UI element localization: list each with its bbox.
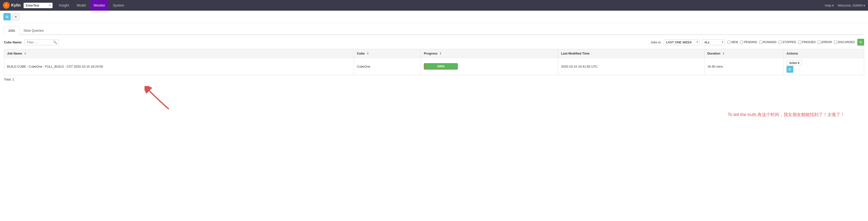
checkbox-new[interactable]: NEW — [727, 40, 738, 44]
col-duration[interactable]: Duration ⇕ — [704, 49, 783, 58]
col-job-name[interactable]: Job Name ⇕ — [4, 49, 354, 58]
progress-label: 100% — [437, 65, 445, 68]
navbar-right: Help ▾ Welcome, ADMIN ▾ — [825, 4, 865, 7]
checkbox-finished[interactable]: FINISHED — [798, 40, 816, 44]
filter-row: Cube Name: 🔍 Jobs in: LAST ONE WEEK LAST… — [4, 39, 864, 45]
col-last-modified[interactable]: Last Modified Time ↓ — [558, 49, 704, 58]
cell-duration: 16.90 mins — [704, 58, 783, 75]
project-selector-wrapper[interactable]: EnterTest — [24, 3, 53, 8]
navbar: K Kylin EnterTest Insight Model Monitor … — [0, 0, 868, 11]
refresh-button[interactable]: ↻ — [857, 39, 864, 45]
tab-jobs[interactable]: Jobs — [4, 26, 20, 35]
tab-slow-queries[interactable]: Slow Queries — [20, 26, 48, 35]
cell-cube: CubeOne — [354, 58, 421, 75]
checkbox-running-input[interactable] — [759, 41, 762, 44]
sort-icon-last-modified: ↓ — [591, 52, 593, 55]
table-row: BUILD CUBE - CubeOne - FULL_BUILD - CST … — [4, 58, 864, 75]
action-dropdown-button[interactable]: Action ▾ — [786, 60, 802, 66]
annotation-text: To tell the truth,有这个时间，我女朋友都能找到了！太慢了！ — [727, 112, 845, 118]
col-progress[interactable]: Progress ⇕ — [421, 49, 558, 58]
nav-model[interactable]: Model — [73, 0, 89, 11]
checkbox-discarded[interactable]: DISCARDED — [834, 40, 855, 44]
col-cube[interactable]: Cube ⇕ — [354, 49, 421, 58]
status-checkboxes: NEW PENDING RUNNING STOPPED FINISHED ERR… — [727, 40, 855, 44]
grid-button[interactable]: ⊞ — [3, 13, 11, 20]
progress-bar-container: 100% — [424, 63, 458, 69]
cell-progress: 100% — [421, 58, 558, 75]
table-body: BUILD CUBE - CubeOne - FULL_BUILD - CST … — [4, 58, 864, 75]
sort-icon-duration: ⇕ — [722, 52, 724, 55]
project-select[interactable]: EnterTest — [24, 3, 53, 8]
sort-icon-cube: ⇕ — [367, 52, 369, 55]
checkbox-stopped[interactable]: STOPPED — [778, 40, 796, 44]
status-select[interactable]: ALL NEW PENDING RUNNING STOPPED FINISHED… — [702, 39, 725, 45]
help-link[interactable]: Help ▾ — [825, 4, 834, 7]
cell-job-name: BUILD CUBE - CubeOne - FULL_BUILD - CST … — [4, 58, 354, 75]
plus-icon: + — [15, 15, 17, 19]
cube-name-label: Cube Name: — [4, 40, 22, 44]
time-select[interactable]: LAST ONE WEEK LAST ONE DAY LAST ONE MONT… — [664, 39, 700, 45]
checkbox-stopped-input[interactable] — [778, 41, 782, 44]
nav-monitor[interactable]: Monitor — [90, 0, 108, 11]
time-select-wrapper[interactable]: LAST ONE WEEK LAST ONE DAY LAST ONE MONT… — [664, 39, 700, 45]
checkbox-error-input[interactable] — [817, 41, 821, 44]
brand-icon: K — [3, 2, 10, 9]
table-header: Job Name ⇕ Cube ⇕ Progress ⇕ Last Modifi… — [4, 49, 864, 58]
jobs-table: Job Name ⇕ Cube ⇕ Progress ⇕ Last Modifi… — [4, 49, 864, 75]
nav-system[interactable]: System — [110, 0, 127, 11]
grid-icon: ⊞ — [6, 15, 8, 19]
cell-actions: Action ▾ ⚙ — [783, 58, 864, 75]
arrow-container — [145, 86, 174, 114]
toolbar: ⊞ + — [0, 11, 868, 23]
brand-name: Kylin — [11, 3, 21, 7]
main-content: Jobs Slow Queries Cube Name: 🔍 Jobs in: … — [0, 23, 868, 126]
cell-last-modified: 2020-10-15 10:41:50 UTC — [558, 58, 704, 75]
checkbox-pending-input[interactable] — [740, 41, 743, 44]
search-icon: 🔍 — [53, 40, 57, 44]
brand: K Kylin — [3, 2, 21, 9]
status-select-wrapper[interactable]: ALL NEW PENDING RUNNING STOPPED FINISHED… — [702, 39, 725, 45]
annotation-arrow — [145, 86, 174, 113]
tab-bar: Jobs Slow Queries — [4, 26, 864, 35]
sort-icon-job-name: ⇕ — [24, 52, 26, 55]
gear-icon: ⚙ — [788, 67, 792, 71]
checkbox-discarded-input[interactable] — [834, 41, 837, 44]
checkbox-running[interactable]: RUNNING — [759, 40, 777, 44]
checkbox-new-input[interactable] — [727, 41, 731, 44]
checkbox-finished-input[interactable] — [798, 41, 801, 44]
svg-text:K: K — [5, 4, 7, 7]
annotation-area: To tell the truth,有这个时间，我女朋友都能找到了！太慢了！ — [4, 84, 864, 122]
jobs-in-label: Jobs in: — [651, 40, 661, 44]
nav-insight[interactable]: Insight — [56, 0, 72, 11]
total-count: Total: 1 — [4, 77, 864, 81]
cube-name-input-wrapper: 🔍 — [25, 39, 59, 45]
checkbox-error[interactable]: ERROR — [817, 40, 832, 44]
refresh-icon: ↻ — [859, 40, 862, 44]
sort-icon-progress: ⇕ — [439, 52, 441, 55]
progress-bar: 100% — [424, 64, 457, 69]
col-actions: Actions — [783, 49, 864, 58]
checkbox-pending[interactable]: PENDING — [740, 40, 757, 44]
welcome-link[interactable]: Welcome, ADMIN ▾ — [838, 4, 865, 7]
gear-settings-button[interactable]: ⚙ — [786, 66, 793, 73]
action-label: Action ▾ — [789, 61, 800, 65]
add-button[interactable]: + — [12, 13, 20, 20]
